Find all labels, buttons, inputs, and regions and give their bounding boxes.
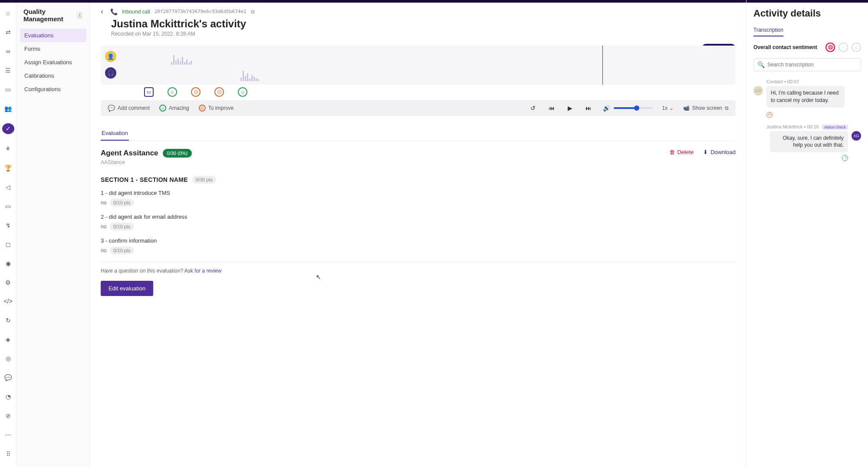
message-meta-text: Justina Mckittrick • 00:16 <box>766 124 819 129</box>
to-improve-button[interactable]: ☹To improve <box>199 105 234 112</box>
speaker-chip-agent-icon: 🎧 <box>105 67 116 79</box>
evaluation-title-text: Agent Assitance <box>101 149 158 158</box>
megaphone-icon[interactable]: ◁ <box>3 183 13 191</box>
popout-icon[interactable]: ⧉ <box>725 105 729 111</box>
gauge-icon[interactable]: ◔ <box>3 392 13 401</box>
avatar-contact: CO <box>753 86 763 95</box>
video-icon: 📹 <box>683 105 690 111</box>
share-icon[interactable]: ⇄ <box>3 28 13 36</box>
team-icon[interactable]: ⚘ <box>3 145 13 153</box>
chat-icon[interactable]: 💬 <box>3 373 13 382</box>
phone-inbound-icon: 📞 <box>110 8 118 15</box>
show-screen-button[interactable]: 📹Show screen⧉ <box>683 105 729 111</box>
speaker-chip-contact-icon: 👤 <box>105 51 116 62</box>
loop-icon[interactable]: ↻ <box>3 316 13 325</box>
activity-details-title: Activity details <box>753 8 861 19</box>
comment-icon: 💬 <box>108 105 115 112</box>
shield-icon[interactable]: ◻ <box>3 240 13 249</box>
note-marker-icon[interactable]: ▭ <box>144 87 154 97</box>
message-tag-badge: status check <box>822 125 848 130</box>
trophy-icon[interactable]: 🏆 <box>3 164 13 172</box>
message-sentiment-negative-icon: ☹ <box>766 112 773 118</box>
main-content: ‹ 📞 Inbound call 20f2077973b743679e6c93d… <box>90 0 746 467</box>
avatar-agent: AG <box>852 131 861 141</box>
waveform-row-agent: 🎧 <box>106 66 730 82</box>
home-icon[interactable]: ⌂ <box>3 9 13 17</box>
overall-sentiment-positive-icon[interactable]: ☺ <box>852 43 861 52</box>
subnav-item-assign[interactable]: Assign Evaluations <box>20 56 86 69</box>
search-transcription-field[interactable] <box>767 62 857 68</box>
id-card-icon[interactable]: ▭ <box>3 85 13 94</box>
answer-value: no <box>101 247 106 253</box>
sentiment-positive-icon[interactable]: ☺ <box>238 87 247 97</box>
collapse-subnav-button[interactable]: ⟨ <box>76 11 83 19</box>
settings-sliders-icon[interactable]: ☰ <box>3 66 13 75</box>
evaluation-header: Agent Assitance 0/30 (0%) AASitance 🗑Del… <box>101 149 736 165</box>
tab-evaluation[interactable]: Evaluation <box>101 126 129 141</box>
skip-forward-icon[interactable]: ⏭ <box>584 105 593 112</box>
download-button[interactable]: ⬇Download <box>703 149 736 155</box>
target-icon[interactable]: ◎ <box>3 354 13 363</box>
smile-icon: ☺ <box>159 105 166 112</box>
subnav-item-forms[interactable]: Forms <box>20 42 86 56</box>
subnav-item-configurations[interactable]: Configurations <box>20 82 86 96</box>
message-bubble[interactable]: Okay, sure, I can definitely help you ou… <box>770 131 848 153</box>
playhead[interactable] <box>602 46 603 85</box>
cube-icon[interactable]: ◈ <box>3 335 13 344</box>
subnav-item-calibrations[interactable]: Calibrations <box>20 69 86 82</box>
volume-control[interactable]: 🔊 <box>603 105 653 112</box>
overall-sentiment-negative-icon[interactable]: ☹ <box>825 43 835 52</box>
book-icon[interactable]: ▭ <box>3 202 13 210</box>
compass-icon[interactable]: ⊘ <box>3 411 13 420</box>
answer-points-badge: 0/10 pts <box>110 199 134 207</box>
edit-evaluation-button[interactable]: Edit evaluation <box>101 281 153 296</box>
apps-grid-icon[interactable]: ⠿ <box>3 450 13 458</box>
replay-icon[interactable]: ↺ <box>529 105 537 112</box>
tab-transcription[interactable]: Transcription <box>753 24 783 36</box>
overall-sentiment-neutral-icon[interactable]: · <box>838 43 848 52</box>
skip-back-icon[interactable]: ⏮ <box>547 105 556 112</box>
sentiment-negative-icon[interactable]: ☹ <box>214 87 224 97</box>
call-type-label: Inbound call <box>122 9 150 15</box>
link-icon[interactable]: ∞ <box>3 47 13 56</box>
copy-icon[interactable]: ⧉ <box>251 9 255 15</box>
player-bar: 💬Add comment ☺Amazing ☹To improve ↺ ⏮ ▶ … <box>101 100 736 116</box>
gear-icon[interactable]: ⚙ <box>3 278 13 287</box>
delete-button[interactable]: 🗑Delete <box>669 149 694 155</box>
ask-review-link[interactable]: Ask for a review <box>184 268 221 274</box>
waveform[interactable]: 👤 🎧 <box>101 46 736 85</box>
amazing-button[interactable]: ☺Amazing <box>159 105 189 112</box>
app-shell: ⌂ ⇄ ∞ ☰ ▭ 👥 ✓ ⚘ 🏆 ◁ ▭ ↯ ◻ ◉ ⚙ </> ↻ ◈ ◎ … <box>0 0 868 467</box>
subnav-item-evaluations[interactable]: Evaluations <box>20 29 86 42</box>
question-text: 3 - confirm information <box>101 237 736 244</box>
code-icon[interactable]: </> <box>3 297 13 306</box>
content-tabs: Evaluation <box>101 126 736 141</box>
waveform-container: 00:00/00:51 👤 🎧 ▭ ☺ <box>101 46 736 97</box>
call-id: 20f2077973b743679e6c93d6d5b674e1 <box>155 9 247 14</box>
trash-icon: 🗑 <box>669 149 675 155</box>
breadcrumb: ‹ 📞 Inbound call 20f2077973b743679e6c93d… <box>101 7 736 16</box>
signal-icon[interactable]: ◉ <box>3 259 13 268</box>
sentiment-positive-icon[interactable]: ☺ <box>168 87 177 97</box>
back-arrow-icon[interactable]: ‹ <box>101 7 103 16</box>
search-transcription-input[interactable]: 🔍 <box>753 58 861 71</box>
more-icon[interactable]: ⋯ <box>3 431 13 439</box>
clipboard-icon[interactable]: ✓ <box>2 123 14 134</box>
sentiment-negative-icon[interactable]: ☹ <box>191 87 201 97</box>
frown-icon: ☹ <box>199 105 206 112</box>
speed-select[interactable]: 1x ⌄ <box>662 105 674 111</box>
message-sentiment-positive-icon: ☺ <box>842 155 848 161</box>
subnav: Quality Management ⟨ Evaluations Forms A… <box>16 0 90 467</box>
score-badge: 0/30 (0%) <box>163 149 192 158</box>
people-icon[interactable]: 👥 <box>3 104 13 113</box>
download-icon: ⬇ <box>703 149 708 155</box>
improve-label: To improve <box>208 105 234 111</box>
volume-slider[interactable] <box>614 107 653 109</box>
section-points-badge: 0/30 pts <box>192 176 216 184</box>
play-icon[interactable]: ▶ <box>566 105 574 112</box>
sentiment-markers: ▭ ☺ ☹ ☹ ☺ <box>101 85 736 97</box>
add-comment-button[interactable]: 💬Add comment <box>108 105 150 112</box>
message-bubble[interactable]: Hi, I'm calling because I need to cancel… <box>766 86 845 108</box>
branch-icon[interactable]: ↯ <box>3 221 13 230</box>
question-2: 2 - did agent ask for email address no0/… <box>101 214 736 230</box>
